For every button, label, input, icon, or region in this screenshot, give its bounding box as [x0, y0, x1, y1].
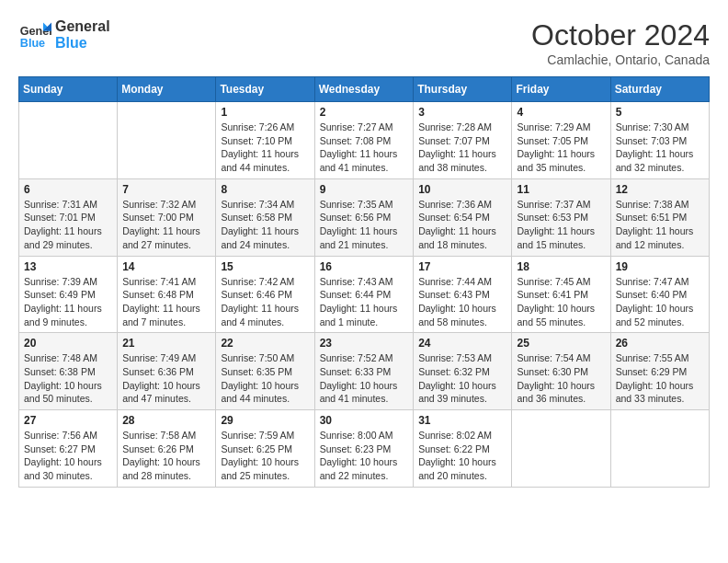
day-info: Sunrise: 7:53 AM Sunset: 6:32 PM Dayligh…: [418, 351, 506, 406]
day-number: 31: [418, 414, 506, 427]
day-info: Sunrise: 7:31 AM Sunset: 7:01 PM Dayligh…: [24, 198, 112, 252]
calendar-cell: 1Sunrise: 7:26 AM Sunset: 7:10 PM Daylig…: [216, 102, 314, 179]
calendar-cell: 2Sunrise: 7:27 AM Sunset: 7:08 PM Daylig…: [314, 102, 414, 179]
day-info: Sunrise: 7:55 AM Sunset: 6:29 PM Dayligh…: [616, 351, 704, 406]
week-row-4: 20Sunrise: 7:48 AM Sunset: 6:38 PM Dayli…: [19, 333, 710, 410]
logo-blue: Blue: [55, 35, 110, 52]
day-info: Sunrise: 8:00 AM Sunset: 6:23 PM Dayligh…: [320, 429, 409, 483]
day-number: 20: [24, 337, 112, 350]
day-number: 26: [616, 337, 704, 350]
day-info: Sunrise: 7:45 AM Sunset: 6:41 PM Dayligh…: [517, 275, 605, 329]
svg-text:Blue: Blue: [20, 37, 45, 50]
calendar-cell: 9Sunrise: 7:35 AM Sunset: 6:56 PM Daylig…: [314, 178, 414, 256]
page-header: General Blue General Blue October 2024 C…: [18, 18, 710, 67]
weekday-header-saturday: Saturday: [610, 77, 709, 102]
day-info: Sunrise: 7:43 AM Sunset: 6:44 PM Dayligh…: [320, 275, 409, 329]
calendar-cell: 15Sunrise: 7:42 AM Sunset: 6:46 PM Dayli…: [216, 256, 314, 333]
day-info: Sunrise: 7:30 AM Sunset: 7:03 PM Dayligh…: [616, 121, 704, 175]
day-number: 28: [122, 414, 210, 427]
month-title: October 2024: [531, 18, 710, 52]
day-number: 8: [221, 183, 309, 196]
location-subtitle: Camlachie, Ontario, Canada: [531, 52, 710, 67]
day-info: Sunrise: 7:36 AM Sunset: 6:54 PM Dayligh…: [418, 198, 506, 252]
weekday-header-friday: Friday: [512, 77, 610, 102]
calendar-cell: 5Sunrise: 7:30 AM Sunset: 7:03 PM Daylig…: [610, 102, 709, 179]
weekday-header-tuesday: Tuesday: [216, 77, 314, 102]
calendar-cell: 27Sunrise: 7:56 AM Sunset: 6:27 PM Dayli…: [19, 410, 118, 488]
day-number: 17: [418, 260, 506, 273]
day-number: 24: [418, 337, 506, 350]
day-info: Sunrise: 7:47 AM Sunset: 6:40 PM Dayligh…: [616, 275, 704, 329]
calendar-cell: 28Sunrise: 7:58 AM Sunset: 6:26 PM Dayli…: [118, 410, 216, 488]
calendar-cell: 30Sunrise: 8:00 AM Sunset: 6:23 PM Dayli…: [314, 410, 414, 488]
day-number: 18: [517, 260, 605, 273]
day-number: 4: [517, 106, 605, 119]
calendar-cell: 31Sunrise: 8:02 AM Sunset: 6:22 PM Dayli…: [414, 410, 512, 488]
day-info: Sunrise: 7:42 AM Sunset: 6:46 PM Dayligh…: [221, 275, 309, 329]
day-number: 25: [517, 337, 605, 350]
calendar-cell: [118, 102, 216, 179]
day-number: 10: [418, 183, 506, 196]
day-number: 21: [122, 337, 210, 350]
day-number: 9: [320, 183, 409, 196]
calendar-cell: 19Sunrise: 7:47 AM Sunset: 6:40 PM Dayli…: [610, 256, 709, 333]
day-info: Sunrise: 7:50 AM Sunset: 6:35 PM Dayligh…: [221, 351, 309, 406]
weekday-header-monday: Monday: [118, 77, 216, 102]
day-info: Sunrise: 7:48 AM Sunset: 6:38 PM Dayligh…: [24, 351, 112, 406]
calendar-cell: 3Sunrise: 7:28 AM Sunset: 7:07 PM Daylig…: [414, 102, 512, 179]
day-info: Sunrise: 7:54 AM Sunset: 6:30 PM Dayligh…: [517, 351, 605, 406]
day-info: Sunrise: 7:41 AM Sunset: 6:48 PM Dayligh…: [122, 275, 210, 329]
calendar-cell: 16Sunrise: 7:43 AM Sunset: 6:44 PM Dayli…: [314, 256, 414, 333]
day-number: 13: [24, 260, 112, 273]
day-info: Sunrise: 7:32 AM Sunset: 7:00 PM Dayligh…: [122, 198, 210, 252]
day-number: 11: [517, 183, 605, 196]
calendar-cell: 4Sunrise: 7:29 AM Sunset: 7:05 PM Daylig…: [512, 102, 610, 179]
calendar-cell: [610, 410, 709, 488]
calendar-cell: 22Sunrise: 7:50 AM Sunset: 6:35 PM Dayli…: [216, 333, 314, 410]
day-number: 3: [418, 106, 506, 119]
weekday-header-wednesday: Wednesday: [314, 77, 414, 102]
calendar-cell: [19, 102, 118, 179]
day-info: Sunrise: 7:28 AM Sunset: 7:07 PM Dayligh…: [418, 121, 506, 175]
calendar-cell: 11Sunrise: 7:37 AM Sunset: 6:53 PM Dayli…: [512, 178, 610, 256]
day-info: Sunrise: 7:26 AM Sunset: 7:10 PM Dayligh…: [221, 121, 309, 175]
calendar-cell: 17Sunrise: 7:44 AM Sunset: 6:43 PM Dayli…: [414, 256, 512, 333]
day-number: 15: [221, 260, 309, 273]
calendar-cell: [512, 410, 610, 488]
calendar-cell: 24Sunrise: 7:53 AM Sunset: 6:32 PM Dayli…: [414, 333, 512, 410]
logo-general: General: [55, 18, 110, 35]
calendar-cell: 14Sunrise: 7:41 AM Sunset: 6:48 PM Dayli…: [118, 256, 216, 333]
day-info: Sunrise: 7:29 AM Sunset: 7:05 PM Dayligh…: [517, 121, 605, 175]
calendar-cell: 26Sunrise: 7:55 AM Sunset: 6:29 PM Dayli…: [610, 333, 709, 410]
calendar-cell: 8Sunrise: 7:34 AM Sunset: 6:58 PM Daylig…: [216, 178, 314, 256]
day-info: Sunrise: 7:27 AM Sunset: 7:08 PM Dayligh…: [320, 121, 409, 175]
calendar-cell: 10Sunrise: 7:36 AM Sunset: 6:54 PM Dayli…: [414, 178, 512, 256]
calendar-cell: 12Sunrise: 7:38 AM Sunset: 6:51 PM Dayli…: [610, 178, 709, 256]
calendar-cell: 23Sunrise: 7:52 AM Sunset: 6:33 PM Dayli…: [314, 333, 414, 410]
calendar-table: SundayMondayTuesdayWednesdayThursdayFrid…: [18, 76, 710, 488]
day-number: 27: [24, 414, 112, 427]
day-number: 16: [320, 260, 409, 273]
day-info: Sunrise: 8:02 AM Sunset: 6:22 PM Dayligh…: [418, 429, 506, 483]
day-info: Sunrise: 7:37 AM Sunset: 6:53 PM Dayligh…: [517, 198, 605, 252]
day-number: 14: [122, 260, 210, 273]
day-info: Sunrise: 7:35 AM Sunset: 6:56 PM Dayligh…: [320, 198, 409, 252]
calendar-cell: 6Sunrise: 7:31 AM Sunset: 7:01 PM Daylig…: [19, 178, 118, 256]
calendar-cell: 18Sunrise: 7:45 AM Sunset: 6:41 PM Dayli…: [512, 256, 610, 333]
weekday-header-thursday: Thursday: [414, 77, 512, 102]
day-number: 29: [221, 414, 309, 427]
day-number: 6: [24, 183, 112, 196]
day-number: 7: [122, 183, 210, 196]
week-row-5: 27Sunrise: 7:56 AM Sunset: 6:27 PM Dayli…: [19, 410, 710, 488]
day-number: 5: [616, 106, 704, 119]
day-number: 1: [221, 106, 309, 119]
day-info: Sunrise: 7:59 AM Sunset: 6:25 PM Dayligh…: [221, 429, 309, 483]
day-number: 19: [616, 260, 704, 273]
week-row-2: 6Sunrise: 7:31 AM Sunset: 7:01 PM Daylig…: [19, 178, 710, 256]
week-row-1: 1Sunrise: 7:26 AM Sunset: 7:10 PM Daylig…: [19, 102, 710, 179]
day-info: Sunrise: 7:44 AM Sunset: 6:43 PM Dayligh…: [418, 275, 506, 329]
day-info: Sunrise: 7:49 AM Sunset: 6:36 PM Dayligh…: [122, 351, 210, 406]
calendar-cell: 20Sunrise: 7:48 AM Sunset: 6:38 PM Dayli…: [19, 333, 118, 410]
day-number: 23: [320, 337, 409, 350]
calendar-cell: 21Sunrise: 7:49 AM Sunset: 6:36 PM Dayli…: [118, 333, 216, 410]
